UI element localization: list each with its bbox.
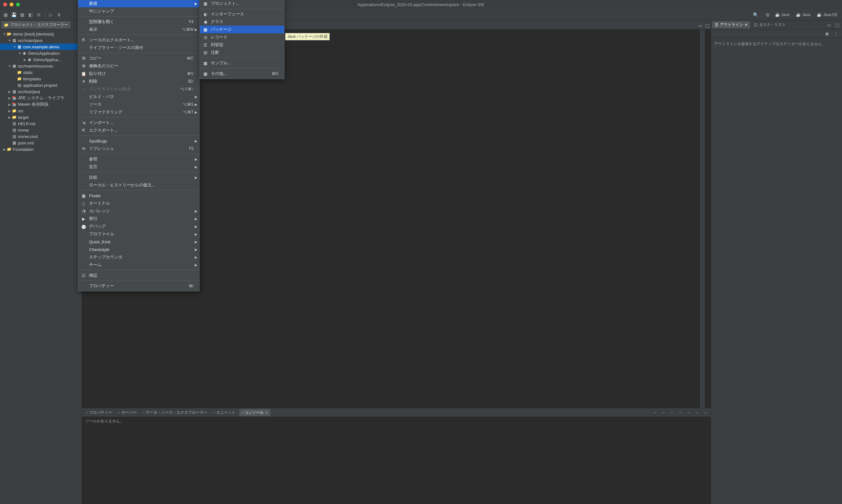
menu-item[interactable]: チーム▶ [78, 261, 199, 269]
menu-item[interactable]: ☰列挙型 [200, 41, 284, 49]
pause-icon[interactable]: ⏸ [55, 11, 63, 18]
new-icon[interactable]: ▦ [2, 11, 9, 18]
tree-arrow-icon[interactable]: ▼ [8, 39, 12, 42]
menu-item[interactable]: リファクタリング⌥⌘T▶ [78, 108, 199, 116]
maximize-icon[interactable]: ▫ [702, 409, 709, 416]
tree-arrow-icon[interactable]: ▶ [8, 109, 12, 113]
menu-item[interactable]: ▦サンプル... [200, 59, 284, 67]
menu-item[interactable]: 新規▶ [78, 0, 199, 7]
tree-row[interactable]: ▤mvnw [0, 127, 82, 133]
minimize-view-icon[interactable]: ▭ [697, 22, 704, 29]
menu-item[interactable]: ⬤デバッグ▶ [78, 222, 199, 230]
pin-icon[interactable]: ▫ [652, 409, 659, 416]
open-console-icon[interactable]: ▫ [668, 409, 676, 416]
menu-item[interactable]: ⇲インポート... [78, 119, 199, 126]
tree-row[interactable]: ▼▦com.example.demo [0, 43, 82, 50]
tree-arrow-icon[interactable]: ▼ [3, 32, 6, 36]
maximize-icon[interactable]: ▢ [834, 21, 841, 29]
menu-item[interactable]: プロファイル▶ [78, 230, 199, 238]
tree-row[interactable]: ▦pom.xml [0, 140, 82, 146]
focus-icon[interactable]: ◉ [823, 30, 830, 37]
context-menu[interactable]: 新規▶中にジャンプ型階層を開くF4表示⌥⌘W▶⇱ソースのエクスポート...ライブ… [78, 0, 199, 291]
bottom-tab-db[interactable]: ▫データ・ソース・エクスプローラー [141, 409, 210, 416]
tree-row[interactable]: ▶📚Maven 依存関係 [0, 101, 82, 108]
menu-item[interactable]: ⌷ターミナル [78, 199, 199, 207]
tree-arrow-icon[interactable]: ▼ [13, 45, 17, 49]
tree-arrow-icon[interactable]: ▶ [8, 103, 12, 106]
outline-tab[interactable]: ☰ アウトライン ✕ [712, 21, 750, 29]
menu-item[interactable]: ▦パッケージ [200, 25, 284, 33]
menu-item[interactable]: ▦Finder [78, 192, 199, 199]
menu-item[interactable]: ▦その他...⌘N [200, 70, 284, 77]
overview-ruler[interactable] [700, 30, 705, 408]
new-submenu[interactable]: ▦プロジェクト...◐インターフェース◉クラス▦パッケージ◎レコード☰列挙型@注… [199, 0, 284, 79]
menu-item[interactable]: ▦プロジェクト... [200, 0, 284, 7]
menu-item[interactable]: ⧉コピー⌘C [78, 54, 199, 62]
tree-row[interactable]: ▶📚JRE システム・ライブラ [0, 95, 82, 101]
bottom-tab-props[interactable]: ▫プロパティー [84, 409, 115, 416]
menu-item[interactable]: ビルド・パス▶ [78, 93, 199, 101]
menu-item[interactable]: ◎レコード [200, 33, 284, 41]
toggle-icon[interactable]: ◧ [27, 11, 34, 18]
search-icon[interactable]: 🔍 [752, 11, 759, 18]
maximize-view-icon[interactable]: ▢ [704, 22, 711, 29]
tree-row[interactable]: ▶📁src [0, 108, 82, 114]
maximize-window-button[interactable] [16, 3, 20, 6]
menu-item[interactable]: ◔カバレッジ▶ [78, 207, 199, 215]
menu-item[interactable]: 参照▶ [78, 155, 199, 163]
tree-row[interactable]: 📁static [0, 69, 82, 76]
menu-item[interactable]: 中にジャンプ [78, 7, 199, 15]
perspective-java-2[interactable]: ☕Java [793, 12, 813, 18]
bottom-tab-snippet[interactable]: ▫スニペット [211, 409, 238, 416]
menu-item[interactable]: ▶実行▶ [78, 215, 199, 222]
tree-row[interactable]: ▶📁Foundation [0, 146, 82, 152]
tree-row[interactable]: ▤mvnw.cmd [0, 133, 82, 140]
menu-item[interactable]: ⇱エクスポート... [78, 126, 199, 134]
menu-item[interactable]: ☑検証 [78, 272, 199, 279]
tree-row[interactable]: ▼▦src/main/resources [0, 63, 82, 69]
menu-item[interactable]: @注釈 [200, 49, 284, 56]
close-icon[interactable]: ✕ [744, 23, 748, 27]
display-icon[interactable]: ▫ [660, 409, 667, 416]
tree-arrow-icon[interactable]: ▶ [8, 90, 12, 93]
tree-row[interactable]: ▤application.propert [0, 82, 82, 88]
menu-item[interactable]: 📋貼り付け⌘V [78, 70, 199, 77]
menu-item[interactable]: ✕削除⌦ [78, 77, 199, 85]
tree-arrow-icon[interactable]: ▶ [8, 115, 12, 119]
project-explorer-tab[interactable]: 📁 プロジェクト・エクスプローラー [1, 21, 70, 29]
menu-item[interactable]: ローカル・ヒストリーからの復元... [78, 181, 199, 189]
tree-arrow-icon[interactable]: ▶ [3, 148, 6, 151]
menu-item[interactable]: ライブラリー・ソースの添付 [78, 44, 199, 52]
tree-arrow-icon[interactable]: ▶ [8, 96, 12, 100]
minimize-icon[interactable]: ▭ [825, 21, 832, 29]
perspective-open-icon[interactable]: ⊞ [764, 11, 771, 18]
bottom-tab-server[interactable]: ▫サーバー [116, 409, 139, 416]
bottom-tab-console[interactable]: ▫コンソール✕ [239, 409, 270, 416]
menu-item[interactable]: ◐インターフェース [200, 10, 284, 18]
menu-item[interactable]: ⟳リフレッシュF5 [78, 145, 199, 152]
resume-icon[interactable]: ▷ [47, 11, 54, 18]
menu-item[interactable]: 表示⌥⌘W▶ [78, 25, 199, 33]
tree-row[interactable]: ▶▦src/test/java [0, 88, 82, 95]
menu-item[interactable]: ◉クラス [200, 18, 284, 25]
close-icon[interactable]: ✕ [265, 411, 268, 415]
menu-item[interactable]: 宣言▶ [78, 163, 199, 171]
close-window-button[interactable] [3, 3, 7, 6]
minimize-icon[interactable]: ▫ [693, 409, 700, 416]
menu-item[interactable]: Checkstyle▶ [78, 246, 199, 253]
menu-item[interactable]: Quick JUnit▶ [78, 238, 199, 246]
tree-row[interactable]: ▶📁target [0, 114, 82, 121]
tree-row[interactable]: ▼📂demo [boot] [devtools] [0, 31, 82, 37]
lock-icon[interactable]: ▫ [685, 409, 692, 416]
tree-row[interactable]: 📁templates [0, 76, 82, 82]
menu-item[interactable]: ソース⌥⌘S▶ [78, 101, 199, 108]
perspective-java[interactable]: ☕Java [772, 12, 792, 18]
tree-row[interactable]: ▼▦src/main/java [0, 37, 82, 43]
menu-item[interactable]: プロパティー⌘I [78, 282, 199, 290]
tree-arrow-icon[interactable]: ▼ [8, 65, 12, 68]
menu-item[interactable]: 比較▶ [78, 174, 199, 181]
perspective-javaee[interactable]: ☕Java EE [814, 12, 840, 18]
tree-row[interactable]: ▼◉DemoApplication [0, 50, 82, 56]
tasks-tab[interactable]: ☑ タスク・リスト [751, 21, 789, 29]
project-tree[interactable]: ▼📂demo [boot] [devtools]▼▦src/main/java▼… [0, 30, 82, 154]
